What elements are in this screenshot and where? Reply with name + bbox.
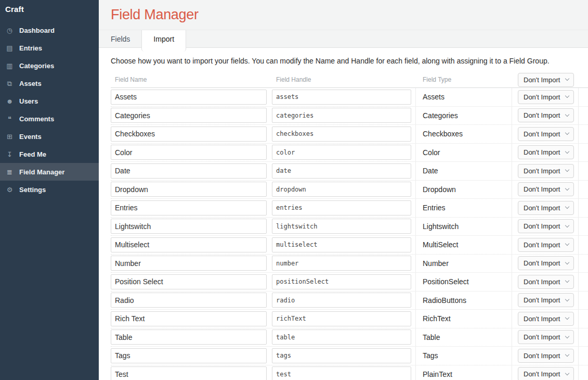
- field-handle-input[interactable]: [272, 219, 411, 234]
- field-name-input[interactable]: [111, 126, 267, 142]
- field-handle-input[interactable]: [272, 256, 411, 271]
- field-type-cell: Categories: [416, 107, 512, 125]
- import-action-select[interactable]: Don't Import: [518, 349, 574, 363]
- import-action-cell: Don't Import: [512, 125, 579, 143]
- field-type-label: Dropdown: [416, 185, 456, 194]
- field-name-input[interactable]: [111, 256, 267, 271]
- field-name-input[interactable]: [111, 293, 267, 308]
- field-name-cell: [111, 236, 272, 254]
- field-name-cell: [111, 107, 272, 125]
- import-action-select[interactable]: Don't Import: [518, 108, 574, 122]
- field-type-label: RadioButtons: [416, 296, 466, 305]
- sidebar-item-categories[interactable]: ▥ Categories: [0, 57, 99, 74]
- field-handle-cell: [272, 365, 416, 380]
- main-content: Field Manager Fields Import Choose how y…: [99, 0, 588, 380]
- import-action-select[interactable]: Don't Import: [518, 164, 574, 178]
- field-handle-input[interactable]: [272, 145, 411, 160]
- import-action-select[interactable]: Don't Import: [518, 312, 574, 326]
- field-name-input[interactable]: [111, 90, 267, 105]
- field-type-label: Table: [416, 333, 440, 341]
- field-name-input[interactable]: [111, 311, 267, 326]
- field-name-input[interactable]: [111, 182, 267, 197]
- import-action-value: Don't Import: [524, 296, 560, 304]
- sidebar-item-field-manager[interactable]: ≣ Field Manager: [0, 163, 99, 181]
- field-handle-input[interactable]: [272, 366, 411, 380]
- sidebar-item-events[interactable]: ⊞ Events: [0, 128, 99, 145]
- sidebar-item-entries[interactable]: ▤ Entries: [0, 39, 99, 57]
- import-action-select[interactable]: Don't Import: [518, 201, 574, 215]
- import-action-select[interactable]: Don't Import: [518, 182, 574, 196]
- field-handle-input[interactable]: [272, 237, 411, 252]
- field-handle-cell: [272, 218, 416, 236]
- tab-fields[interactable]: Fields: [99, 30, 141, 47]
- field-name-input[interactable]: [111, 108, 267, 123]
- import-action-select[interactable]: Don't Import: [518, 330, 574, 344]
- column-header-field-name: Field Name: [111, 76, 272, 83]
- import-action-value: Don't Import: [524, 185, 560, 193]
- import-action-select[interactable]: Don't Import: [518, 127, 574, 141]
- field-handle-input[interactable]: [272, 163, 411, 179]
- field-handle-cell: [272, 273, 416, 291]
- table-row: Categories Don't Import: [111, 107, 588, 125]
- field-type-label: PositionSelect: [416, 277, 469, 286]
- field-name-input[interactable]: [111, 200, 267, 216]
- field-name-cell: [111, 328, 272, 347]
- sidebar-item-settings[interactable]: ⚙ Settings: [0, 181, 99, 198]
- table-row: Dropdown Don't Import: [111, 181, 588, 199]
- import-action-value: Don't Import: [524, 93, 560, 101]
- field-handle-input[interactable]: [272, 274, 411, 289]
- page-title: Field Manager: [111, 7, 588, 23]
- field-handle-input[interactable]: [272, 182, 411, 197]
- import-action-select[interactable]: Don't Import: [518, 219, 574, 233]
- table-row: MultiSelect Don't Import: [111, 236, 588, 255]
- import-action-select[interactable]: Don't Import: [518, 293, 574, 307]
- sidebar-item-dashboard[interactable]: ◷ Dashboard: [0, 21, 99, 39]
- chevron-down-icon: [565, 131, 569, 135]
- users-icon: ☻: [5, 98, 14, 105]
- chevron-down-icon: [565, 278, 569, 283]
- field-name-input[interactable]: [111, 163, 267, 179]
- field-name-input[interactable]: [111, 274, 267, 289]
- import-action-cell: Don't Import: [512, 218, 579, 236]
- bulk-import-action-select[interactable]: Don't Import: [518, 73, 574, 87]
- sidebar-item-assets[interactable]: ⧉ Assets: [0, 74, 99, 92]
- field-handle-input[interactable]: [272, 126, 411, 142]
- field-name-input[interactable]: [111, 145, 267, 160]
- field-handle-input[interactable]: [272, 311, 411, 326]
- import-action-select[interactable]: Don't Import: [518, 256, 574, 270]
- table-row: PositionSelect Don't Import: [111, 273, 588, 292]
- field-type-cell: Number: [416, 255, 512, 273]
- sidebar-item-comments[interactable]: ❝ Comments: [0, 110, 99, 128]
- import-action-select[interactable]: Don't Import: [518, 238, 574, 252]
- import-action-value: Don't Import: [524, 370, 560, 378]
- field-type-cell: Table: [416, 328, 512, 347]
- sidebar-item-users[interactable]: ☻ Users: [0, 92, 99, 110]
- import-action-cell: Don't Import: [512, 144, 579, 162]
- import-action-select[interactable]: Don't Import: [518, 367, 574, 380]
- field-name-input[interactable]: [111, 219, 267, 234]
- field-name-input[interactable]: [111, 366, 267, 380]
- field-handle-input[interactable]: [272, 293, 411, 308]
- import-action-select[interactable]: Don't Import: [518, 145, 574, 159]
- import-action-value: Don't Import: [524, 278, 560, 286]
- field-handle-input[interactable]: [272, 108, 411, 123]
- field-type-cell: Entries: [416, 199, 512, 217]
- chevron-down-icon: [565, 242, 569, 246]
- fields-import-table: Field Name Field Handle Field Type Don't…: [111, 72, 588, 380]
- app-logo[interactable]: Craft: [0, 0, 99, 21]
- sidebar-item-feed-me[interactable]: ↧ Feed Me: [0, 145, 99, 163]
- import-action-cell: Don't Import: [512, 181, 579, 199]
- field-handle-cell: [272, 144, 416, 162]
- field-handle-input[interactable]: [272, 200, 411, 216]
- import-action-select[interactable]: Don't Import: [518, 275, 574, 289]
- tab-import[interactable]: Import: [141, 30, 186, 52]
- field-name-input[interactable]: [111, 330, 267, 345]
- field-handle-input[interactable]: [272, 348, 411, 363]
- table-row: Entries Don't Import: [111, 199, 588, 218]
- import-action-select[interactable]: Don't Import: [518, 90, 574, 104]
- field-name-input[interactable]: [111, 237, 267, 252]
- field-handle-input[interactable]: [272, 90, 411, 105]
- field-name-input[interactable]: [111, 348, 267, 363]
- field-handle-input[interactable]: [272, 330, 411, 345]
- field-type-label: Categories: [416, 111, 458, 120]
